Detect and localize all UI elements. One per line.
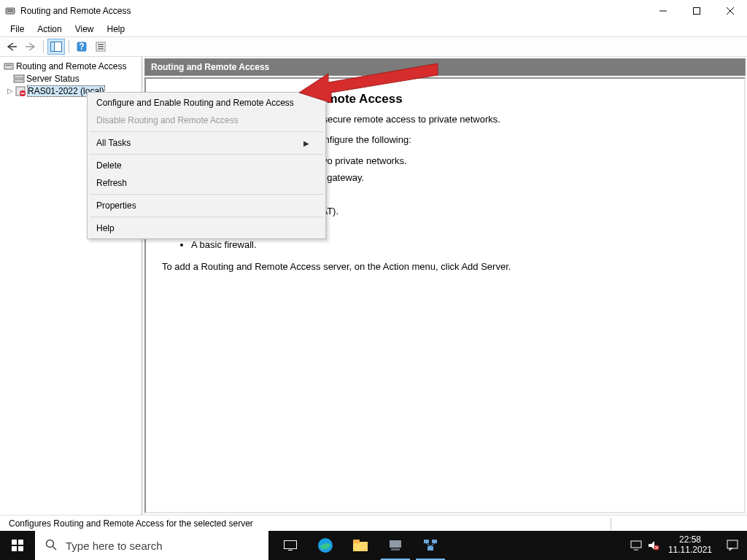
- clock-date: 11.11.2021: [668, 545, 712, 556]
- close-button[interactable]: [713, 0, 747, 22]
- svg-rect-40: [427, 546, 433, 551]
- context-menu: Configure and Enable Routing and Remote …: [87, 92, 326, 239]
- svg-rect-25: [12, 540, 17, 545]
- svg-rect-39: [432, 540, 437, 543]
- svg-rect-43: [631, 541, 641, 548]
- status-bar: Configures Routing and Remote Access for…: [0, 515, 747, 531]
- maximize-button[interactable]: [680, 0, 713, 22]
- submenu-arrow-icon: ▶: [303, 139, 309, 147]
- svg-rect-28: [18, 546, 23, 551]
- cm-delete[interactable]: Delete: [89, 157, 324, 174]
- toolbar: ?: [0, 36, 747, 57]
- menu-action[interactable]: Action: [31, 23, 67, 36]
- svg-rect-38: [424, 540, 429, 543]
- search-placeholder: Type here to search: [66, 540, 163, 552]
- cm-refresh[interactable]: Refresh: [89, 174, 324, 192]
- svg-rect-37: [391, 548, 400, 551]
- svg-marker-50: [729, 548, 732, 551]
- status-text: Configures Routing and Remote Access for…: [4, 518, 258, 529]
- server-status-icon: [13, 73, 25, 85]
- svg-line-42: [430, 543, 435, 546]
- menu-bar: File Action View Help: [0, 22, 747, 36]
- menu-view[interactable]: View: [69, 23, 100, 36]
- window-title: Routing and Remote Access: [20, 6, 646, 16]
- cm-disable: Disable Routing and Remote Access: [89, 112, 324, 129]
- svg-rect-2: [7, 11, 13, 12]
- task-view-button[interactable]: [273, 531, 308, 560]
- svg-rect-35: [353, 540, 360, 543]
- svg-rect-18: [6, 65, 12, 66]
- tree-server-status-label: Server Status: [26, 74, 80, 84]
- app-icon: [4, 5, 16, 17]
- cm-properties[interactable]: Properties: [89, 197, 324, 214]
- back-button[interactable]: [3, 39, 20, 55]
- content-header: Routing and Remote Access: [144, 58, 746, 76]
- svg-rect-17: [4, 63, 13, 69]
- taskbar-edge[interactable]: [308, 531, 343, 560]
- svg-rect-36: [390, 540, 401, 548]
- svg-line-41: [426, 543, 430, 546]
- svg-rect-4: [694, 8, 700, 15]
- forward-button[interactable]: [22, 39, 39, 55]
- svg-rect-15: [98, 46, 104, 47]
- tray-volume-icon[interactable]: [645, 531, 662, 560]
- svg-rect-1: [7, 9, 13, 10]
- expand-icon[interactable]: ▷: [6, 87, 15, 95]
- svg-rect-14: [98, 44, 104, 45]
- add-server-text: To add a Routing and Remote Access serve…: [162, 260, 728, 274]
- search-icon: [45, 539, 57, 553]
- tray-network-icon[interactable]: [627, 531, 645, 560]
- svg-line-30: [53, 546, 57, 550]
- rras-console-icon: [3, 61, 15, 72]
- cm-all-tasks[interactable]: All Tasks▶: [89, 134, 324, 152]
- cm-help[interactable]: Help: [89, 219, 324, 237]
- svg-rect-23: [21, 93, 25, 93]
- clock-time: 22:58: [668, 535, 712, 545]
- list-item: A basic firewall.: [191, 238, 728, 252]
- show-hide-tree-button[interactable]: [47, 39, 65, 55]
- svg-rect-10: [51, 42, 55, 52]
- title-bar: Routing and Remote Access: [0, 0, 747, 22]
- notification-button[interactable]: [718, 531, 747, 560]
- refresh-button[interactable]: [92, 39, 109, 55]
- server-disabled-icon: [15, 85, 26, 97]
- svg-rect-49: [727, 540, 738, 548]
- tree-server-status[interactable]: Server Status: [0, 72, 141, 85]
- svg-rect-20: [14, 79, 24, 82]
- svg-text:?: ?: [79, 42, 84, 52]
- taskbar-search[interactable]: Type here to search: [35, 531, 268, 560]
- taskbar-explorer[interactable]: [343, 531, 378, 560]
- svg-rect-19: [14, 75, 24, 78]
- tree-root[interactable]: Routing and Remote Access: [0, 60, 141, 72]
- svg-rect-16: [98, 48, 104, 50]
- system-tray: 22:58 11.11.2021: [627, 531, 747, 560]
- svg-marker-45: [649, 541, 654, 550]
- svg-rect-27: [12, 546, 17, 551]
- taskbar-rras[interactable]: [413, 531, 448, 560]
- svg-point-29: [47, 540, 54, 547]
- tree-root-label: Routing and Remote Access: [16, 61, 126, 71]
- svg-rect-26: [18, 540, 23, 545]
- taskbar-server-manager[interactable]: [378, 531, 413, 560]
- help-button[interactable]: ?: [73, 39, 90, 55]
- menu-file[interactable]: File: [4, 23, 30, 36]
- svg-rect-31: [285, 541, 297, 549]
- start-button[interactable]: [0, 531, 35, 560]
- taskbar-clock[interactable]: 22:58 11.11.2021: [662, 535, 718, 556]
- menu-help[interactable]: Help: [101, 23, 131, 36]
- taskbar: Type here to search 22:58 11.11.2021: [0, 531, 747, 560]
- minimize-button[interactable]: [646, 0, 680, 22]
- cm-configure-enable[interactable]: Configure and Enable Routing and Remote …: [89, 94, 324, 112]
